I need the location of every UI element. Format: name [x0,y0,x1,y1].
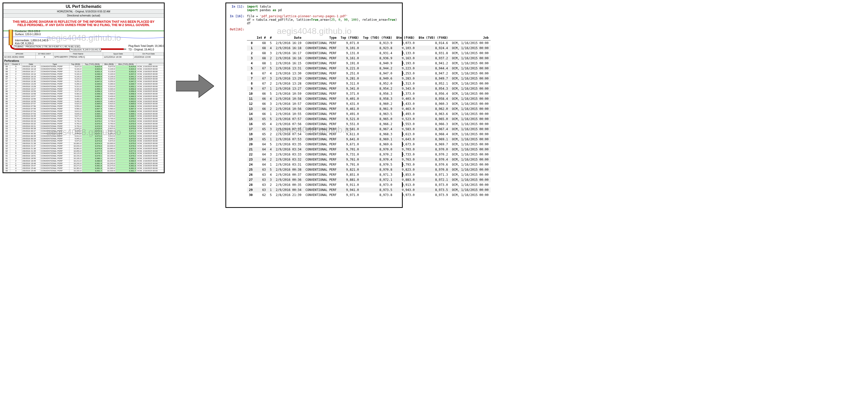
cell: 2/9/2016 07:54 [22,110,40,113]
df-cell: 9,133.0 [394,51,417,56]
df-row: 306252/8/2016 21:39CONVENTIONAL PERF9,97… [247,192,491,197]
cell: CONVENTIONAL PERF [40,123,69,125]
output-cell-16: Out[16]: Int ##DateTypeTop (ftKB)Top (TV… [226,26,402,205]
cell: 67 [4,83,10,86]
df-cell: 9,881.0 [339,177,361,182]
output-body: Int ##DateTypeTop (ftKB)Top (TVD) (ftKB)… [247,28,493,204]
df-cell: 63 [254,172,268,177]
df-cell: 6 [247,71,254,76]
df-cell: 5 [247,66,254,71]
df-cell: 12 [247,101,254,106]
cell: 8,980.1 [116,157,136,160]
cell: 9,883.0 [102,132,116,135]
df-cell: 1 [268,187,274,192]
df-row: 176532/9/2016 07:55CONVENTIONAL PERF9,58… [247,127,491,132]
cell: 8,981.7 [116,170,136,172]
df-cell: 67 [254,81,268,86]
table-row: 6432/9/2016 03:33CONVENTIONAL PERF9,731.… [4,120,164,123]
df-cell: 2 [247,51,254,56]
label-intermediate: Intermediate; 1,859.0-8,140.0 [15,39,48,42]
df-cell: 1 [268,137,274,142]
df-cell: 2/9/2016 00:36 [274,177,304,182]
df-cell: CONVENTIONAL PERF [304,61,339,66]
cell: OCM, 1/16/2015 00:00 [136,130,164,133]
df-cell: 8,949.7 [417,76,450,81]
df-row: 226432/9/2016 03:33CONVENTIONAL PERF9,73… [247,152,491,157]
cell: 8,967.4 [116,108,136,110]
code-cell-16[interactable]: In [16]: file = 'pdf_parsing/lattice-pio… [226,13,402,26]
df-cell: OCM, 1/16/2015 00:00 [450,96,491,101]
df-cell: 8,956.3 [361,91,394,96]
cell: 68 [4,71,10,73]
df-cell: 8,947.2 [417,71,450,76]
df-cell: 26 [247,172,254,177]
cell: OCM, 1/16/2015 00:00 [136,71,164,73]
cell: 8,973.0 [82,135,102,137]
cell: 9,163.0 [102,73,116,75]
cell: 9,881.0 [69,132,82,135]
df-cell: 9,431.0 [339,101,361,106]
df-cell: 9,343.0 [394,86,417,91]
cell: OCM, 1/16/2015 00:00 [136,157,164,160]
cell: CONVENTIONAL PERF [40,155,69,158]
df-cell: CONVENTIONAL PERF [304,96,339,101]
df-cell: 8,973.5 [417,187,450,192]
df-cell: 8,936.9 [361,56,394,61]
df-col-header: Date [274,35,304,40]
df-cell: OCM, 1/16/2015 00:00 [450,76,491,81]
df-row: 146612/9/2016 10:55CONVENTIONAL PERF9,49… [247,111,491,117]
df-col-header: # [268,35,274,40]
df-cell: CONVENTIONAL PERF [304,192,339,197]
df-cell: 5 [268,167,274,172]
df-cell: OCM, 1/16/2015 00:00 [450,152,491,157]
cell: 9,853.0 [102,130,116,133]
cell: CONVENTIONAL PERF [40,130,69,133]
df-cell: 9,853.0 [394,172,417,177]
cell: CONVENTIONAL PERF [40,120,69,123]
df-cell: 8 [247,81,254,86]
meta-head-spud: Spud Date [103,53,133,56]
cell: OCM, 1/16/2015 00:00 [136,95,164,98]
cell: CONVENTIONAL PERF [40,142,69,145]
df-cell: 22 [247,152,254,157]
df-cell: 1 [247,45,254,51]
meta-head-field: Field Name [54,53,103,56]
df-cell: 8,924.4 [417,45,450,51]
df-cell: OCM, 1/16/2015 00:00 [450,61,491,66]
cell: CONVENTIONAL PERF [40,167,69,170]
df-cell: 8,963.6 [417,111,450,117]
df-cell: 15 [247,117,254,122]
df-cell: 2/9/2016 07:55 [274,127,304,132]
df-row: 196512/9/2016 07:53CONVENTIONAL PERF9,64… [247,137,491,142]
df-cell: OCM, 1/16/2015 00:00 [450,132,491,137]
code-in16[interactable]: file = 'pdf_parsing/lattice-pioneer-surv… [247,14,402,25]
prompt-in16: In [16]: [226,14,247,18]
df-cell: 1 [268,86,274,91]
df-cell: OCM, 1/16/2015 00:00 [450,71,491,76]
code-cell-1[interactable]: In [1]: import tabula import pandas as p… [226,3,402,13]
df-cell: 8,965.0 [361,117,394,122]
cell: 2 [10,135,22,137]
cell: 2/9/2016 13:29 [22,83,40,86]
table-row: 6622/9/2016 10:56CONVENTIONAL PERF9,461.… [4,98,164,100]
cell: CONVENTIONAL PERF [40,135,69,137]
table-row: 6832/9/2016 16:17CONVENTIONAL PERF9,131.… [4,71,164,73]
df-cell: 8,970.4 [417,157,450,162]
df-cell: 65 [254,137,268,142]
code-in1[interactable]: import tabula import pandas as pd [247,5,402,12]
df-cell: 30 [247,192,254,197]
df-cell: 64 [254,142,268,147]
df-cell: 2/9/2016 03:33 [274,152,304,157]
cell: 67 [4,85,10,88]
code-line-readpdf: df = tabula.read_pdf(file, lattice=True,… [247,18,397,22]
df-cell: 2/9/2016 16:18 [274,45,304,51]
cell: 8,970.2 [116,120,136,123]
cell: 2/9/2016 03:33 [22,120,40,123]
meta-val-row: 42-003-46352-0000 8 SPRABERRY (TREND ARE… [3,56,164,59]
df-cell: OCM, 1/16/2015 00:00 [450,81,491,86]
label-production: Production; 8,140.0-19,441.0 [70,48,101,52]
cell: 10,061.0 [69,147,82,150]
df-cell: 3 [268,152,274,157]
cell: 9,313.0 [102,85,116,88]
cell: 8,979.2 [116,155,136,158]
